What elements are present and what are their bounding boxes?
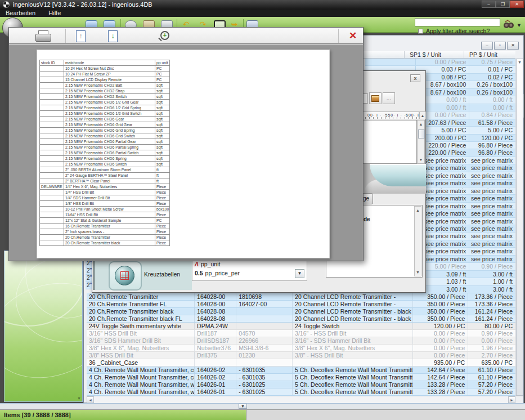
- menu-bearbeiten[interactable]: Bearbeiten: [0, 10, 41, 17]
- preview-cell-stock-id: [40, 100, 64, 105]
- field-list-item[interactable]: de: [364, 216, 370, 222]
- item-row[interactable]: 3/16" SDS Hammer Drill BitDrillSDS187226…: [87, 337, 515, 345]
- search-input[interactable]: [415, 18, 500, 26]
- preview-table-row: 10 24 Hex M Screw Nut ZincPC: [40, 66, 170, 72]
- item-row[interactable]: 4 Ch. Remote Wall Mount Transmitter, cre…: [87, 374, 515, 381]
- horizontal-scroll-track[interactable]: [94, 396, 508, 403]
- field-row-pp-price-per[interactable]: 0.5pp_price_per: [195, 270, 240, 276]
- toolbar-separator: [65, 29, 66, 43]
- preview-close-icon[interactable]: ✕: [344, 29, 362, 43]
- panel-scroll-down-icon[interactable]: ▼: [77, 396, 81, 400]
- item-row[interactable]: 20 Ch.Remote Transmitter164028-001810698…: [87, 293, 515, 301]
- binoculars-search-icon[interactable]: [503, 20, 514, 29]
- cell-alt-number: [236, 315, 293, 322]
- scroll-right-icon[interactable]: ►: [508, 396, 515, 403]
- preview-cell-matchcode: 1/4" HSS Drill Bit: [64, 190, 155, 195]
- cell-item-name: 20 Ch.Remote Transmitter black FL: [87, 315, 195, 322]
- preview-table-row: 10 24 PH Flat M Screw ZPPC: [40, 72, 170, 77]
- preview-cell-unit: box100: [155, 207, 170, 212]
- item-row[interactable]: 20 Ch.Remote Transmitter black FL164028-…: [87, 315, 515, 323]
- item-row[interactable]: 4 Ch. Remote Wall Mount Transmitter, cre…: [87, 367, 515, 374]
- page-down-icon[interactable]: ↓: [102, 29, 123, 43]
- canvas-scroll-up-icon[interactable]: ▲: [418, 120, 424, 128]
- preview-cell-unit: sqft: [155, 145, 170, 150]
- list-scroll-up-icon[interactable]: ▲: [415, 207, 421, 214]
- item-row[interactable]: 4 Ch. Remote Wall Mount Transmitter, whi…: [87, 388, 515, 396]
- preview-cell-unit: Piece: [155, 195, 170, 201]
- preview-table-row: 2.15 NEW Pricematrix CHD6 Switchsqft: [40, 162, 170, 167]
- preview-table-row: 16 Ch.Remote TransmitterPiece: [40, 224, 170, 229]
- menu-hilfe[interactable]: Hilfe: [43, 10, 66, 17]
- item-row[interactable]: 3/8" Hex X 6", Mag. NutsettersNutsetter3…: [87, 345, 515, 352]
- item-row[interactable]: 36 _Cabinet_Case935.00 / PC635.00 / PC: [87, 359, 515, 367]
- item-row[interactable]: 4 Ch. Remote Wall Mount Transmitter, whi…: [87, 381, 515, 388]
- maximize-button[interactable]: ❐: [496, 1, 510, 8]
- item-row[interactable]: 3/8" HSS Drill BitDrill375012303/8" - HS…: [87, 352, 515, 359]
- preview-cell-matchcode: 2.15 NEW Pricematrix CHD6 1/2 Grid Switc…: [64, 111, 155, 117]
- preview-cell-stock-id: [40, 122, 64, 128]
- printer-icon[interactable]: [28, 29, 59, 43]
- scroll-left-icon[interactable]: ◄: [87, 396, 94, 403]
- preview-table-row: 2.15 NEW Pricematrix CHD2 Switchsqft: [40, 94, 170, 100]
- cell-sp1-price: 133.28 / Piece: [413, 381, 468, 388]
- item-row[interactable]: 3/16" HSS Drill BitDrill187045703/16" - …: [87, 330, 515, 337]
- field-property-box: Λpp_unit 0.5pp_price_per: [192, 258, 307, 281]
- kreuztabellen-button[interactable]: [109, 261, 142, 291]
- canvas-scrollbar[interactable]: ▲ ▼: [417, 120, 425, 164]
- price-row[interactable]: 0.00 / Piece0.75 / Piece: [365, 59, 515, 66]
- preview-cell-stock-id: [40, 224, 64, 229]
- preview-cell-matchcode: 12"x 12" Slat & Guiderail Sample: [64, 218, 155, 224]
- decorative-wave-panel: [364, 164, 426, 194]
- canvas-scroll-down-icon[interactable]: ▼: [418, 156, 424, 163]
- item-window-close-button[interactable]: ✕: [507, 42, 519, 50]
- column-header-pp[interactable]: PP $ / Unit: [464, 51, 515, 58]
- column-header-sp1[interactable]: SP1 $ / Unit: [404, 51, 464, 58]
- search-options-caret-icon[interactable]: ▼: [517, 23, 522, 28]
- sidebar-green-panel[interactable]: ▼: [4, 251, 83, 402]
- close-button[interactable]: ✕: [510, 1, 524, 8]
- cell-pp-price: 5.00 / PC: [469, 127, 515, 133]
- ellipsis-button[interactable]: ...: [383, 92, 395, 104]
- item-row[interactable]: 24V Toggle Swith momentary whiteDPMA.24W…: [87, 323, 515, 330]
- preview-cell-matchcode: 2.15 NEW Pricematrix CHD2 Switch: [64, 94, 155, 100]
- preview-cell-matchcode: 2.15 NEW Pricematrix CHD2 Batt: [64, 83, 155, 88]
- preview-cell-matchcode: 2.15 NEW Pricematrix CHD6 Gear: [64, 117, 155, 122]
- cell-pp-price: 1.96 / Piece: [468, 345, 515, 351]
- preview-cell-unit: ft: [155, 173, 170, 178]
- preview-table-row: 15 Channel LCD Display RemotePC: [40, 77, 170, 83]
- preview-cell-matchcode: 2.15 NEW Pricematrix CHD6 Partial Spring: [64, 145, 155, 150]
- panel-dropdown-icon[interactable]: ▼: [239, 404, 247, 409]
- preview-cell-stock-id: [40, 77, 64, 83]
- menu-bar: Bearbeiten Hilfe: [0, 10, 525, 17]
- cell-item-number: [195, 359, 236, 366]
- cell-pp-price: 0.26 / box100: [469, 81, 515, 88]
- item-row[interactable]: 20 Ch.Remote Transmitter black164028-082…: [87, 308, 515, 315]
- item-row[interactable]: 20 Ch.Remote Transmitter FL164028-001640…: [87, 301, 515, 308]
- page-up-icon[interactable]: ↑: [70, 29, 91, 43]
- preview-table-rows: 10 24 Hex M Screw Nut ZincPC10 24 PH Fla…: [40, 66, 170, 246]
- preview-cell-stock-id: [40, 94, 64, 100]
- canvas-scroll-thumb[interactable]: [418, 129, 425, 138]
- cell-item-description: 3/16" - SDS Hammer Drill Bit: [293, 337, 413, 344]
- zoom-in-icon[interactable]: +: [152, 29, 180, 43]
- ruler-scroll-up-icon[interactable]: ▲: [419, 111, 426, 119]
- designer-close-button[interactable]: x: [410, 74, 420, 82]
- field-grid-icon[interactable]: [369, 92, 382, 104]
- cell-item-description: 3/16" - HSS Drill Bit: [293, 330, 413, 337]
- item-window-minimize-button[interactable]: ‒: [481, 42, 493, 50]
- vertical-scrollbar[interactable]: ▲ ▼: [515, 59, 523, 396]
- field-list-scrollbar[interactable]: ▲ ▼: [414, 206, 421, 276]
- preview-cell-stock-id: [40, 133, 64, 139]
- list-scroll-down-icon[interactable]: ▼: [415, 269, 421, 276]
- preview-cell-unit: ft: [155, 178, 170, 184]
- minimize-button[interactable]: ‒: [482, 1, 496, 8]
- cell-item-number: Drill375: [195, 352, 236, 359]
- item-window-restore-button[interactable]: ▫: [494, 42, 506, 50]
- preview-table-row: 2" BERTHA™ Clear Panelft: [40, 178, 170, 184]
- apply-filter-checkbox[interactable]: [418, 29, 423, 34]
- scroll-down-icon[interactable]: ▼: [516, 59, 523, 396]
- horizontal-scrollbar[interactable]: ◄ ►: [87, 396, 523, 403]
- cell-item-number: 164028-00: [195, 293, 236, 300]
- field-row-pp-unit[interactable]: Λpp_unit: [195, 261, 220, 267]
- field-dropdown-button[interactable]: ▼: [295, 269, 304, 278]
